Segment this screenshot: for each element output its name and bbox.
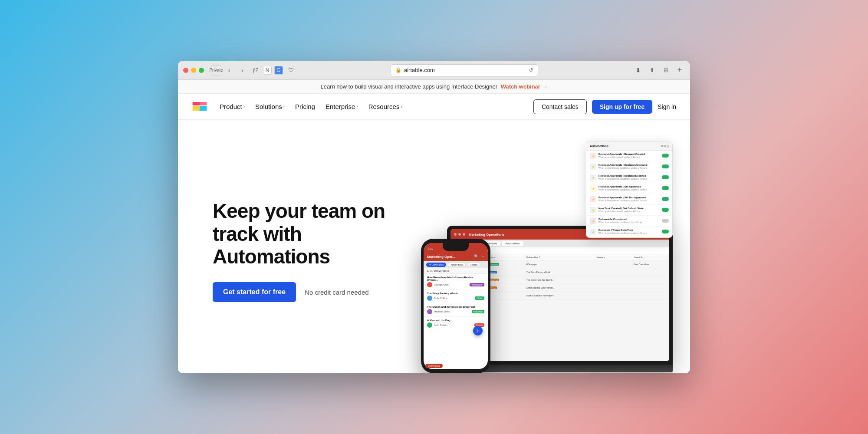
nav-enterprise[interactable]: Enterprise › xyxy=(326,103,358,110)
hero-devices: Marketing Operations All Deliverables De… xyxy=(395,128,664,373)
svg-marker-5 xyxy=(200,102,207,105)
auto-content: New Task Created | Set Default State Whe… xyxy=(598,207,659,213)
auto-toggle[interactable] xyxy=(662,164,669,168)
auto-icon: ⚡ xyxy=(590,164,596,170)
auto-title: Request Approvals | Request Declined xyxy=(598,174,659,177)
auto-title: Deliverable Completed xyxy=(598,218,659,220)
announcement-banner: Learn how to build visual and interactiv… xyxy=(178,80,690,94)
browser-window: Private ‹ › ƒ? N G 🛡 🔒 airtable.com ↺ ⬇ … xyxy=(178,61,690,373)
contact-sales-button[interactable]: Contact sales xyxy=(533,99,587,114)
phone-list-item[interactable]: The Queen and her Subjects Blog Post Mar… xyxy=(424,303,488,317)
auto-item: ⚡ Request Approvals | Request Created Wh… xyxy=(586,151,672,161)
back-button[interactable]: ‹ xyxy=(224,65,234,76)
auto-desc: When a record meets conditions, run a Sc… xyxy=(598,221,659,224)
auto-icon: ⚡ xyxy=(590,185,596,191)
share-icon[interactable]: ⬆ xyxy=(647,65,657,76)
col-versions: Versions xyxy=(595,256,632,259)
top-dot xyxy=(454,233,457,236)
tablet-tab-automations[interactable]: Automations xyxy=(502,241,523,246)
chevron-down-icon: › xyxy=(243,104,245,109)
forward-button[interactable]: › xyxy=(237,65,247,76)
auto-toggle[interactable] xyxy=(662,219,669,223)
fab-button[interactable]: + xyxy=(473,326,483,335)
item-row: Georgia Stein Whitepaper xyxy=(427,282,484,287)
reload-icon[interactable]: ↺ xyxy=(529,67,533,73)
cell: Approved xyxy=(487,263,524,266)
avatar xyxy=(427,282,432,287)
avatar xyxy=(427,296,432,301)
auto-content: Requests | Triage Date/Time When a recor… xyxy=(598,229,659,235)
person-name: Georgia Stein xyxy=(434,283,449,286)
auto-toggle[interactable] xyxy=(662,154,669,158)
auto-content: Request Approvals | Set Approved When a … xyxy=(598,185,659,191)
svg-marker-4 xyxy=(193,102,200,105)
auto-toggle[interactable] xyxy=(662,175,669,179)
sign-up-button[interactable]: Sign up for free xyxy=(592,100,652,114)
url-text[interactable]: airtable.com xyxy=(404,67,435,73)
cell: eBook xyxy=(487,271,524,273)
col-status: Status xyxy=(487,256,524,259)
close-button[interactable] xyxy=(183,68,188,73)
phone-list-item[interactable]: The Story Factory eBook Sofia Collins eB… xyxy=(424,290,488,303)
no-credit-card-text: No credit card needed xyxy=(305,289,369,296)
search-icon[interactable]: 🔍 xyxy=(474,254,479,259)
phone-mockup: 9:30 Marketing Oper... 🔍 ⋯ All Deliverab… xyxy=(421,239,490,373)
item-title: How Boundless Media Users Airtable White… xyxy=(427,276,484,281)
formula-button[interactable]: ƒ? xyxy=(250,65,260,76)
auto-toggle[interactable] xyxy=(662,230,669,233)
col-latest: Latest No... xyxy=(632,256,669,259)
status-badge: Whitepaper xyxy=(470,283,484,286)
person-name: Alvin Gomez xyxy=(434,324,447,326)
get-started-button[interactable]: Get started for free xyxy=(213,282,296,302)
phone-notch xyxy=(443,243,469,251)
new-tab-icon[interactable]: + xyxy=(674,65,685,76)
automations-header: Automations ✕ ⊟ ◻ xyxy=(586,142,672,151)
avatar xyxy=(427,309,432,314)
download-icon[interactable]: ⬇ xyxy=(633,65,643,76)
sign-in-button[interactable]: Sign in xyxy=(658,103,676,110)
nav-resources[interactable]: Resources › xyxy=(368,103,402,110)
auto-title: Requests | Triage Date/Time xyxy=(598,229,659,231)
phone-bottom-tag: Deliverables xyxy=(425,364,443,368)
nav-solutions[interactable]: Solutions › xyxy=(255,103,285,110)
address-bar[interactable]: 🔒 airtable.com ↺ xyxy=(391,64,538,76)
hero-section: Keep your team on track with Automations… xyxy=(178,120,690,373)
address-bar-container: 🔒 airtable.com ↺ xyxy=(299,64,629,76)
item-title: The Queen and her Subjects Blog Post xyxy=(427,306,484,308)
phone-time: 9:30 xyxy=(428,247,433,250)
nav-product[interactable]: Product › xyxy=(220,103,245,110)
lock-icon: 🔒 xyxy=(395,67,401,73)
phone-app-title: Marketing Oper... xyxy=(427,255,472,259)
phone-list-item[interactable]: How Boundless Media Users Airtable White… xyxy=(424,274,488,290)
auto-toggle[interactable] xyxy=(662,197,669,201)
watch-webinar-link[interactable]: Watch webinar → xyxy=(501,83,548,90)
filter-all[interactable]: All Deliverables xyxy=(426,263,446,267)
nav-pricing[interactable]: Pricing xyxy=(295,103,315,110)
notion-icon[interactable]: N xyxy=(263,66,272,75)
menu-icon[interactable]: ⋯ xyxy=(480,254,484,259)
hero-cta: Get started for free No credit card need… xyxy=(213,282,395,302)
auto-desc: When a record meets conditions, update a… xyxy=(598,178,659,181)
maximize-button[interactable] xyxy=(199,68,204,73)
grid-icon[interactable]: ⊞ xyxy=(661,65,671,76)
auto-item: ⚡ Request Approvals | Request Approved W… xyxy=(586,161,672,172)
tablet-title: Marketing Operations xyxy=(469,233,504,237)
auto-desc: When a record meets conditions, update a… xyxy=(598,167,659,170)
logo[interactable] xyxy=(192,99,207,115)
cell: Start at Sunflare Promotion? xyxy=(525,294,595,297)
avatar xyxy=(427,322,432,328)
filter-hidden[interactable]: Hidden fields xyxy=(448,263,466,267)
phone-filter-bar: All Deliverables Hidden fields Filtered xyxy=(424,261,488,268)
person-name: Marlene Jones xyxy=(434,310,450,313)
auto-item: ⚡ Deliverable Completed When a record me… xyxy=(586,216,672,227)
status-badge: Blog Post xyxy=(472,310,484,313)
auto-content: Request Approvals | Request Created When… xyxy=(598,153,659,159)
auto-toggle[interactable] xyxy=(662,208,669,212)
shield-icon[interactable]: 🛡 xyxy=(286,65,296,76)
filter-filtered[interactable]: Filtered xyxy=(467,263,480,267)
auto-toggle[interactable] xyxy=(662,186,669,190)
ext-icon-2[interactable]: G xyxy=(274,66,283,75)
browser-controls: Private ‹ › ƒ? N G 🛡 xyxy=(211,65,296,76)
auto-content: Deliverable Completed When a record meet… xyxy=(598,218,659,224)
minimize-button[interactable] xyxy=(191,68,196,73)
